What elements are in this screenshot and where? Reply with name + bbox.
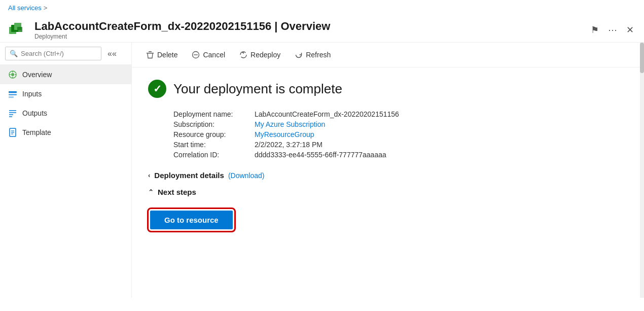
svg-point-5 <box>11 73 14 76</box>
svg-rect-12 <box>9 96 14 98</box>
page-title: LabAccountCreateForm_dx-20220202151156 |… <box>34 20 583 33</box>
correlation-value: dddd3333-ee44-5555-66ff-777777aaaaaa <box>255 151 386 159</box>
svg-rect-10 <box>9 91 17 93</box>
cancel-button[interactable]: Cancel <box>186 48 231 62</box>
sidebar-item-inputs-label: Inputs <box>22 90 42 98</box>
deployment-name-label: Deployment name: <box>173 110 255 118</box>
content-area: Delete Cancel Redeploy <box>132 43 644 298</box>
header-title-area: LabAccountCreateForm_dx-20220202151156 |… <box>34 20 583 40</box>
main-content-body: ✓ Your deployment is complete Deployment… <box>132 67 644 241</box>
svg-rect-11 <box>9 94 17 95</box>
resource-group-link[interactable]: MyResourceGroup <box>255 130 314 139</box>
sidebar-item-outputs[interactable]: Outputs <box>0 103 131 123</box>
start-time-label: Start time: <box>173 141 255 149</box>
info-row-start-time: Start time: 2/2/2022, 3:27:18 PM <box>173 141 628 149</box>
close-button[interactable]: ✕ <box>624 22 636 38</box>
sidebar-item-overview-label: Overview <box>22 71 52 79</box>
status-title: Your deployment is complete <box>173 81 342 97</box>
sidebar-item-outputs-label: Outputs <box>22 109 47 117</box>
outputs-icon <box>8 109 17 118</box>
header-actions: ⚑ ⋯ ✕ <box>589 22 636 38</box>
resource-group-label: Resource group: <box>173 130 255 139</box>
deployment-details-section[interactable]: ‹ Deployment details (Download) <box>148 171 628 180</box>
deployment-icon <box>8 20 28 40</box>
svg-rect-21 <box>147 53 154 54</box>
inputs-icon <box>8 89 17 98</box>
redeploy-icon <box>239 51 247 59</box>
info-row-resource-group: Resource group: MyResourceGroup <box>173 130 628 139</box>
sidebar-item-template[interactable]: Template <box>0 123 131 142</box>
sidebar: 🔍 «« Overview Inputs <box>0 43 132 298</box>
svg-rect-3 <box>17 27 22 32</box>
next-steps-header[interactable]: ⌃ Next steps <box>148 188 628 196</box>
more-options-button[interactable]: ⋯ <box>606 22 619 38</box>
scrollbar-track <box>640 43 644 298</box>
overview-icon <box>8 70 17 79</box>
start-time-value: 2/2/2022, 3:27:18 PM <box>255 141 323 149</box>
page-header: LabAccountCreateForm_dx-20220202151156 |… <box>0 16 644 43</box>
subscription-link[interactable]: My Azure Subscription <box>255 120 325 128</box>
cancel-icon <box>192 51 200 59</box>
subscription-label: Subscription: <box>173 120 255 128</box>
deployment-name-value: LabAccountCreateForm_dx-20220202151156 <box>255 110 399 118</box>
breadcrumb: All services > <box>0 0 644 16</box>
delete-icon <box>146 51 154 59</box>
redeploy-button[interactable]: Redeploy <box>233 48 287 62</box>
search-container: 🔍 <box>5 47 101 60</box>
download-link[interactable]: (Download) <box>228 171 265 180</box>
info-row-correlation: Correlation ID: dddd3333-ee44-5555-66ff-… <box>173 151 628 159</box>
next-steps-label: Next steps <box>158 188 196 196</box>
sidebar-item-template-label: Template <box>22 128 51 136</box>
sidebar-item-overview[interactable]: Overview <box>0 65 131 84</box>
template-icon <box>8 128 17 137</box>
sidebar-item-inputs[interactable]: Inputs <box>0 84 131 103</box>
next-steps-section: ⌃ Next steps Go to resource <box>148 188 628 229</box>
info-row-subscription: Subscription: My Azure Subscription <box>173 120 628 128</box>
deployment-info: Deployment name: LabAccountCreateForm_dx… <box>173 110 628 159</box>
pin-button[interactable]: ⚑ <box>589 22 601 38</box>
info-row-name: Deployment name: LabAccountCreateForm_dx… <box>173 110 628 118</box>
status-check-icon: ✓ <box>148 80 166 98</box>
scrollbar-thumb[interactable] <box>640 43 644 73</box>
refresh-icon <box>295 51 303 59</box>
page-subtitle: Deployment <box>34 33 583 40</box>
delete-button[interactable]: Delete <box>140 48 184 62</box>
toolbar: Delete Cancel Redeploy <box>132 43 644 67</box>
svg-rect-22 <box>149 51 152 52</box>
status-header: ✓ Your deployment is complete <box>148 80 628 98</box>
search-bar: 🔍 «« <box>0 43 131 65</box>
correlation-label: Correlation ID: <box>173 151 255 159</box>
deployment-details-label: Deployment details <box>154 171 224 180</box>
search-icon: 🔍 <box>10 50 18 57</box>
main-layout: 🔍 «« Overview Inputs <box>0 43 644 298</box>
all-services-link[interactable]: All services <box>8 4 42 12</box>
deployment-details-chevron: ‹ <box>148 171 150 179</box>
go-to-resource-button[interactable]: Go to resource <box>150 211 233 229</box>
breadcrumb-separator: > <box>44 4 48 12</box>
next-steps-chevron: ⌃ <box>148 188 154 196</box>
search-input[interactable] <box>21 50 97 57</box>
collapse-sidebar-button[interactable]: «« <box>104 48 120 59</box>
refresh-button[interactable]: Refresh <box>289 48 337 62</box>
next-steps-content: Go to resource <box>150 204 628 229</box>
